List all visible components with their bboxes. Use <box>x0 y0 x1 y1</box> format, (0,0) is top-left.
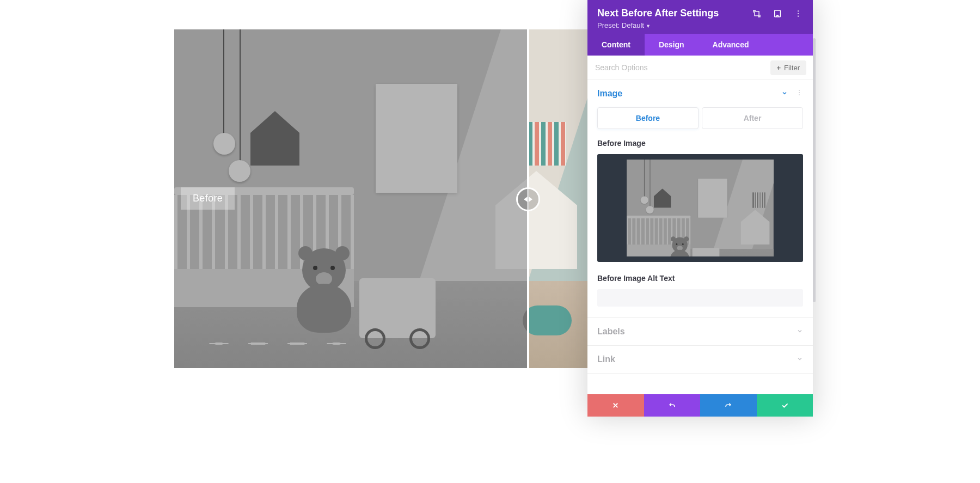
chevron-down-icon <box>797 354 803 364</box>
svg-point-2 <box>798 10 799 11</box>
expand-icon[interactable] <box>752 9 762 19</box>
section-link-header[interactable]: Link <box>587 346 813 373</box>
section-labels-title: Labels <box>597 327 625 337</box>
svg-point-3 <box>798 13 799 14</box>
undo-button[interactable] <box>644 394 701 417</box>
panel-header: Next Before After Settings Preset: Defau… <box>587 0 813 34</box>
svg-rect-1 <box>775 10 781 17</box>
cancel-button[interactable] <box>587 394 644 417</box>
before-image-well[interactable] <box>597 154 803 262</box>
svg-point-7 <box>799 94 800 95</box>
segment-after[interactable]: After <box>702 107 803 129</box>
chevron-up-icon <box>781 89 788 99</box>
tab-design[interactable]: Design <box>645 34 699 56</box>
svg-point-4 <box>798 15 799 16</box>
settings-tabs: Content Design Advanced <box>587 34 813 56</box>
comparison-handle[interactable] <box>516 187 540 211</box>
handle-right-arrow-icon <box>529 197 532 202</box>
before-alt-input[interactable] <box>597 289 803 307</box>
caret-down-icon: ▼ <box>646 23 651 29</box>
before-after-preview: Before <box>174 29 588 368</box>
section-image-header[interactable]: Image <box>587 80 813 107</box>
filter-label: Filter <box>784 64 800 72</box>
search-input[interactable] <box>594 60 770 75</box>
more-options-icon[interactable] <box>793 9 803 19</box>
before-after-segment: Before After <box>597 107 803 129</box>
editor-canvas: Before <box>0 0 980 483</box>
before-overlay-label: Before <box>181 187 235 210</box>
section-image-title: Image <box>597 89 622 99</box>
preset-selector[interactable]: Preset: Default▼ <box>597 21 803 29</box>
section-labels: Labels <box>587 318 813 346</box>
section-labels-header[interactable]: Labels <box>587 318 813 345</box>
before-image-thumbnail <box>627 160 774 256</box>
redo-button[interactable] <box>700 394 757 417</box>
responsive-icon[interactable] <box>773 9 782 19</box>
search-row: + Filter <box>587 56 813 80</box>
panel-body[interactable]: Image Before After Before Image <box>587 80 813 394</box>
segment-before[interactable]: Before <box>597 107 699 129</box>
plus-icon: + <box>777 64 781 72</box>
filter-button[interactable]: + Filter <box>770 60 806 75</box>
before-image-label: Before Image <box>597 139 803 148</box>
before-alt-label: Before Image Alt Text <box>597 274 803 283</box>
handle-left-arrow-icon <box>524 197 528 202</box>
svg-rect-0 <box>755 11 759 16</box>
save-button[interactable] <box>757 394 813 417</box>
panel-title: Next Before After Settings <box>597 8 719 19</box>
section-link: Link <box>587 346 813 374</box>
section-image: Image Before After Before Image <box>587 80 813 318</box>
tab-content[interactable]: Content <box>587 34 645 56</box>
svg-point-6 <box>799 92 800 93</box>
chevron-down-icon <box>797 327 803 337</box>
preset-label: Preset: Default <box>597 21 644 29</box>
tab-advanced[interactable]: Advanced <box>699 34 763 56</box>
panel-footer <box>587 394 813 417</box>
panel-scrollbar[interactable] <box>813 38 816 302</box>
section-more-icon[interactable] <box>795 89 803 99</box>
section-link-title: Link <box>597 354 615 364</box>
svg-point-5 <box>799 90 800 91</box>
settings-panel: Next Before After Settings Preset: Defau… <box>587 0 813 417</box>
